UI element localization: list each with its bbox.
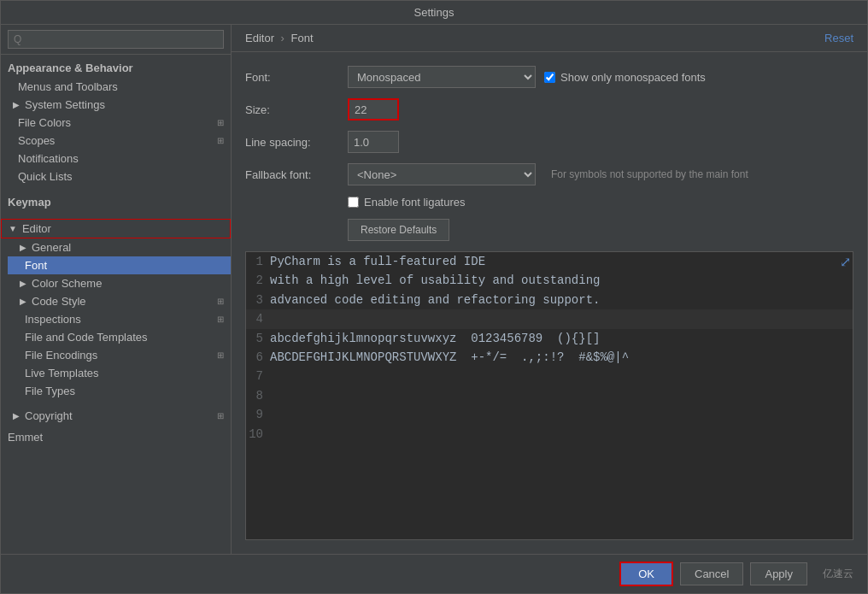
size-input[interactable] <box>348 98 399 121</box>
badge-icon: ⊞ <box>217 411 224 421</box>
title-bar: Settings <box>1 1 867 25</box>
show-monospaced-checkbox[interactable] <box>544 72 555 83</box>
arrow-down-icon: ▼ <box>9 224 17 233</box>
line-num-7: 7 <box>246 367 270 385</box>
reset-link[interactable]: Reset <box>824 32 853 44</box>
sidebar-item-label: General <box>32 241 71 254</box>
main-area: Appearance & Behavior Menus and Toolbars… <box>1 25 867 554</box>
sidebar-section-appearance: Appearance & Behavior Menus and Toolbars… <box>1 55 231 189</box>
badge-icon: ⊞ <box>217 297 224 306</box>
sidebar-group-code-style[interactable]: ▶ Code Style ⊞ <box>8 292 231 310</box>
font-select[interactable]: Monospaced Consolas Courier New DejaVu S… <box>348 66 536 88</box>
sidebar-item-file-encodings[interactable]: File Encodings ⊞ <box>8 346 231 364</box>
line-content-5: abcdefghijklmnopqrstuvwxyz 0123456789 ()… <box>270 329 600 348</box>
size-control <box>348 98 399 121</box>
sidebar-section-keymap: Keymap <box>1 189 231 215</box>
badge-icon: ⊞ <box>217 315 224 324</box>
size-row: Size: <box>245 98 853 121</box>
breadcrumb-current: Font <box>291 32 314 44</box>
ligatures-row: Enable font ligatures <box>245 196 853 209</box>
line-content-1: PyCharm is a full-featured IDE <box>270 252 485 271</box>
ok-button[interactable]: OK <box>619 562 673 586</box>
line-spacing-row: Line spacing: <box>245 131 853 153</box>
preview-line: 1 PyCharm is a full-featured IDE <box>246 252 853 271</box>
breadcrumb: Editor › Font <box>245 32 314 44</box>
restore-defaults-button[interactable]: Restore Defaults <box>348 219 449 241</box>
sidebar-category-appearance[interactable]: Appearance & Behavior <box>1 58 231 78</box>
sidebar-item-label: Code Style <box>32 295 86 308</box>
line-num-5: 5 <box>246 329 270 348</box>
sidebar-item-font[interactable]: Font <box>8 256 231 274</box>
sidebar-item-inspections[interactable]: Inspections ⊞ <box>8 310 231 328</box>
breadcrumb-sep: › <box>281 32 284 44</box>
cancel-button[interactable]: Cancel <box>680 562 743 585</box>
arrow-icon: ▶ <box>13 411 20 421</box>
fallback-hint: For symbols not supported by the main fo… <box>551 168 748 180</box>
preview-area: ⤢ 1 PyCharm is a full-featured IDE 2 wit… <box>245 251 853 540</box>
line-num-10: 10 <box>246 425 270 444</box>
preview-line: 2 with a high level of usability and out… <box>246 271 853 290</box>
show-monospaced-label[interactable]: Show only monospaced fonts <box>544 71 706 84</box>
line-spacing-label: Line spacing: <box>245 136 348 149</box>
font-control: Monospaced Consolas Courier New DejaVu S… <box>348 66 706 88</box>
sidebar-item-menus-toolbars[interactable]: Menus and Toolbars <box>1 78 231 96</box>
sidebar-item-live-templates[interactable]: Live Templates <box>8 364 231 382</box>
sidebar-item-file-types[interactable]: File Types <box>8 382 231 400</box>
dialog-body: Appearance & Behavior Menus and Toolbars… <box>1 25 867 593</box>
fallback-font-label: Fallback font: <box>245 168 348 181</box>
sidebar-group-general[interactable]: ▶ General <box>8 238 231 256</box>
line-content-6: ABCDEFGHIJKLMNOPQRSTUVWXYZ +-*/= .,;:!? … <box>270 348 629 367</box>
sidebar-section-copyright: ▶ Copyright ⊞ <box>1 403 231 428</box>
font-row: Font: Monospaced Consolas Courier New De… <box>245 66 853 88</box>
preview-line: 4 <box>246 309 853 328</box>
sidebar-item-label: System Settings <box>25 98 105 111</box>
dialog-title: Settings <box>414 6 455 19</box>
line-num-9: 9 <box>246 405 270 424</box>
settings-dialog: Settings Appearance & Behavior Menus and… <box>0 0 868 594</box>
sidebar-item-quick-lists[interactable]: Quick Lists <box>1 168 231 185</box>
line-num-3: 3 <box>246 291 270 309</box>
preview-line: 10 <box>246 425 853 444</box>
line-content-2: with a high level of usability and outst… <box>270 271 600 290</box>
content-panel: Editor › Font Reset Font: Monospaced Con… <box>232 25 867 554</box>
ligatures-text: Enable font ligatures <box>364 196 466 209</box>
sidebar-item-notifications[interactable]: Notifications <box>1 150 231 168</box>
search-input[interactable] <box>8 30 224 49</box>
sidebar-group-color-scheme[interactable]: ▶ Color Scheme <box>8 274 231 292</box>
preview-line: 7 <box>246 367 853 385</box>
line-num-4: 4 <box>246 309 270 328</box>
fallback-font-row: Fallback font: <None> Monospaced Consola… <box>245 163 853 185</box>
ligatures-checkbox[interactable] <box>348 197 359 208</box>
watermark: 亿速云 <box>823 567 853 581</box>
sidebar-group-copyright[interactable]: ▶ Copyright ⊞ <box>1 407 231 425</box>
restore-defaults-row: Restore Defaults <box>245 219 853 241</box>
sidebar-item-file-code-templates[interactable]: File and Code Templates <box>8 328 231 346</box>
sidebar-item-scopes[interactable]: Scopes ⊞ <box>1 132 231 150</box>
footer: OK Cancel Apply 亿速云 <box>1 554 867 593</box>
preview-line: 8 <box>246 386 853 405</box>
line-num-2: 2 <box>246 271 270 290</box>
preview-line: 9 <box>246 405 853 424</box>
line-spacing-control <box>348 131 399 153</box>
arrow-icon: ▶ <box>13 100 20 109</box>
line-spacing-input[interactable] <box>348 131 399 153</box>
apply-button[interactable]: Apply <box>750 562 807 585</box>
fallback-font-select[interactable]: <None> Monospaced Consolas <box>348 163 536 185</box>
size-label: Size: <box>245 103 348 116</box>
badge-icon: ⊞ <box>217 118 224 127</box>
show-monospaced-text: Show only monospaced fonts <box>560 71 706 84</box>
sidebar-item-emmet[interactable]: Emmet <box>1 428 231 446</box>
editor-children: ▶ General Font ▶ Color Scheme ▶ Code Sty… <box>1 238 231 400</box>
ligatures-label[interactable]: Enable font ligatures <box>348 196 466 209</box>
expand-icon[interactable]: ⤢ <box>840 254 851 270</box>
sidebar-item-file-colors[interactable]: File Colors ⊞ <box>1 114 231 132</box>
sidebar-group-editor[interactable]: ▼ Editor <box>1 219 231 238</box>
sidebar-item-label: Editor <box>22 222 51 235</box>
content-body: Font: Monospaced Consolas Courier New De… <box>232 52 867 554</box>
sidebar-group-system-settings[interactable]: ▶ System Settings <box>1 96 231 114</box>
arrow-icon: ▶ <box>20 297 26 306</box>
content-header: Editor › Font Reset <box>232 25 867 52</box>
line-num-6: 6 <box>246 348 270 367</box>
search-box <box>1 25 231 55</box>
sidebar-category-keymap[interactable]: Keymap <box>1 192 231 212</box>
